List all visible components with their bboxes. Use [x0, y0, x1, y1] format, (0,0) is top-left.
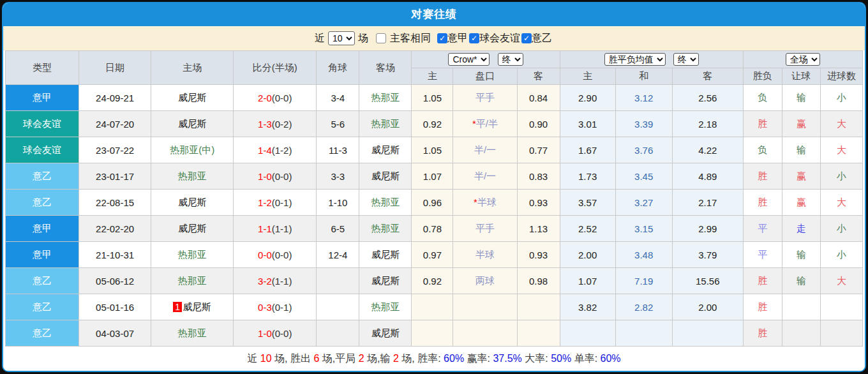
scope-select[interactable]: 全场 — [786, 53, 820, 66]
avg-draw-cell — [615, 320, 672, 347]
table-row: 意甲24-09-21威尼斯2-0(0-0)3-4热那亚1.05平手0.842.9… — [6, 85, 863, 111]
league-cell: 意乙 — [6, 320, 79, 347]
score-cell: 1-2(0-1) — [234, 190, 317, 216]
col-header-date: 日期 — [79, 51, 151, 85]
odds-home-cell: 0.92 — [412, 268, 453, 294]
away-team-name: 威尼斯 — [371, 275, 400, 286]
handicap-cell — [453, 320, 517, 347]
result-cell: 平 — [743, 242, 782, 268]
odds-time-select[interactable]: 终 — [498, 53, 523, 66]
date-cell: 23-07-22 — [79, 137, 151, 163]
avg-away-cell: 2.99 — [672, 216, 743, 242]
avg-away-cell: 2.17 — [672, 190, 743, 216]
home-team-name: 热那亚 — [178, 249, 207, 260]
league-filter-label-1: 意甲 — [447, 32, 468, 45]
league-cell: 意甲 — [6, 242, 79, 268]
away-team-name: 热那亚 — [371, 223, 400, 234]
col-header-home: 主场 — [151, 51, 234, 85]
handicap-text: 平手 — [475, 223, 495, 234]
summary-segment-9: 场, 胜率: — [399, 352, 444, 366]
away-team-cell: 威尼斯 — [359, 163, 412, 190]
avg-time-select[interactable]: 终 — [673, 53, 699, 66]
handicap-result-cell: 输 — [782, 137, 820, 163]
score-cell: 0-0(0-0) — [234, 242, 317, 268]
same-venue-label: 主客相同 — [390, 32, 431, 45]
summary-segment-1: 近 — [247, 352, 260, 366]
corner-cell: 1-10 — [317, 190, 359, 216]
league-cell: 球会友谊 — [6, 111, 79, 137]
handicap-text: 半/一 — [474, 144, 496, 155]
league-filter-checkbox-2[interactable] — [469, 33, 479, 43]
score-cell: 1-0(0-0) — [234, 163, 317, 190]
league-cell: 意乙 — [6, 294, 79, 320]
away-team-name: 威尼斯 — [371, 144, 400, 155]
half-time-score: (0-2) — [272, 119, 292, 130]
col-header-type: 类型 — [6, 51, 79, 85]
odds-away-cell — [517, 294, 560, 320]
half-time-score: (0-1) — [272, 302, 292, 313]
handicap-cell: 平手 — [453, 85, 517, 111]
same-venue-checkbox[interactable] — [376, 33, 386, 43]
corner-cell — [317, 320, 359, 347]
sub-col-header-5: 和 — [615, 68, 672, 85]
handicap-cell — [453, 294, 517, 320]
table-row: 意甲22-02-20威尼斯1-1(1-1)6-5热那亚0.78平手1.132.5… — [6, 216, 863, 242]
odds-away-cell: 0.93 — [517, 190, 560, 216]
away-team-name: 热那亚 — [371, 118, 400, 129]
match-history-panel: 对赛往绩 近 10 场 主客相同 意甲球会友谊意乙 类型 日期 主场 比分(半场… — [2, 2, 866, 372]
odds-home-cell: 0.78 — [412, 216, 453, 242]
recent-count-select[interactable]: 10 — [328, 31, 355, 45]
odds-home-cell: 0.96 — [412, 190, 453, 216]
league-filter-label-2: 球会友谊 — [479, 32, 520, 45]
league-filter-checkbox-3[interactable] — [521, 33, 532, 43]
result-cell: 平 — [743, 216, 782, 242]
away-team-name: 热那亚 — [371, 92, 400, 103]
handicap-result-cell: 赢 — [782, 111, 820, 137]
result-cell: 负 — [743, 137, 782, 163]
full-time-score: 1-0 — [258, 328, 272, 339]
table-row: 意乙23-01-17热那亚1-0(0-0)3-3威尼斯1.07半/一0.831.… — [6, 163, 863, 190]
avg-home-cell: 3.82 — [560, 294, 615, 320]
away-team-cell: 威尼斯 — [359, 320, 412, 347]
result-cell: 胜 — [743, 320, 782, 347]
summary-stats: 近 10 场, 胜出 6 场,平局 2 场,输 2 场, 胜率: 60% 赢率:… — [3, 347, 865, 371]
avg-draw-cell: 2.82 — [615, 294, 672, 320]
avg-home-cell: 2.90 — [560, 85, 615, 111]
goals-cell: 大 — [820, 268, 862, 294]
col-header-corner: 角球 — [317, 51, 359, 85]
bookmaker-select[interactable]: Crow* — [448, 53, 490, 66]
score-cell: 1-3(0-2) — [234, 111, 317, 137]
summary-segment-6: 2 — [359, 353, 364, 364]
half-time-score: (0-1) — [272, 197, 292, 208]
avg-home-cell: 1.73 — [560, 163, 615, 190]
summary-segment-13: 大率: — [522, 352, 551, 366]
goals-cell — [820, 294, 862, 320]
result-cell: 胜 — [743, 268, 782, 294]
half-time-score: (1-2) — [272, 145, 292, 156]
result-cell: 胜 — [743, 111, 782, 137]
handicap-result-cell: 输 — [782, 242, 820, 268]
league-filters: 意甲球会友谊意乙 — [437, 32, 553, 45]
summary-segment-14: 50% — [551, 353, 571, 364]
corner-cell: 3-3 — [317, 163, 359, 190]
handicap-result-cell — [782, 294, 820, 320]
avg-away-cell: 2.00 — [672, 294, 743, 320]
date-cell: 22-02-20 — [79, 216, 151, 242]
half-time-score: (0-0) — [272, 250, 292, 260]
odds-home-cell: 1.05 — [412, 137, 453, 163]
odds-away-cell — [517, 320, 560, 347]
league-cell: 意乙 — [6, 163, 79, 190]
odds-away-cell: 0.90 — [517, 111, 560, 137]
panel-title: 对赛往绩 — [3, 3, 865, 26]
league-cell: 球会友谊 — [6, 137, 79, 163]
avg-away-cell: 2.18 — [672, 111, 743, 137]
result-cell: 胜 — [743, 294, 782, 320]
league-filter-checkbox-1[interactable] — [437, 33, 447, 43]
avg-away-cell: 2.56 — [672, 85, 743, 111]
half-time-score: (0-0) — [272, 93, 292, 103]
avg-type-select[interactable]: 胜平负均值 — [604, 53, 666, 66]
date-cell: 21-10-31 — [79, 242, 151, 268]
handicap-result-cell: 走 — [782, 216, 820, 242]
full-time-score: 0-3 — [258, 302, 272, 313]
avg-draw-cell: 3.39 — [615, 111, 672, 137]
